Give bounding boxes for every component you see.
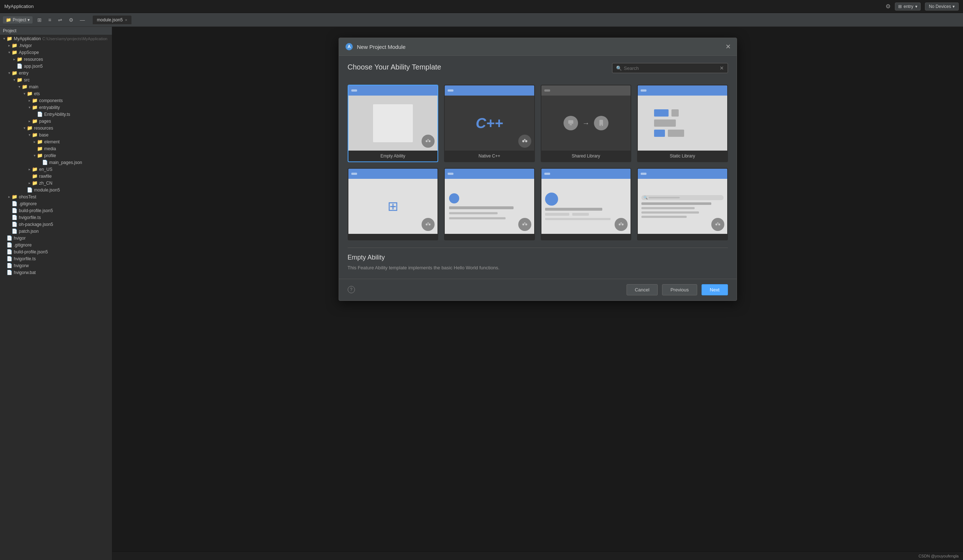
svg-point-19 xyxy=(621,223,624,225)
template-overlay-icon xyxy=(422,135,434,148)
template-preview-detail xyxy=(541,169,631,234)
template-preview-list xyxy=(445,169,534,234)
preview-dot xyxy=(544,173,550,175)
previous-button[interactable]: Previous xyxy=(662,284,697,295)
template-card-form[interactable]: ⊞ xyxy=(348,168,439,240)
tree-item-label: .gitignore xyxy=(14,243,31,248)
template-card-empty-ability[interactable]: Empty Ability xyxy=(348,85,439,162)
cpp-logo-icon: C++ xyxy=(475,115,503,131)
tree-item-module-json5[interactable]: 📄 module.json5 xyxy=(0,186,112,193)
cancel-button[interactable]: Cancel xyxy=(627,284,658,295)
project-label: Project xyxy=(13,17,26,23)
entry-dropdown[interactable]: ⊞ entry ▾ xyxy=(895,3,921,10)
template-card-detail[interactable] xyxy=(541,168,632,240)
tree-item-build-profile-entry[interactable]: 📄 build-profile.json5 xyxy=(0,207,112,214)
search-bar[interactable]: 🔍 ✕ xyxy=(612,63,728,73)
chevron-icon xyxy=(27,174,32,178)
tree-item-pages[interactable]: ▸ 📁 pages xyxy=(0,118,112,125)
title-bar: MyApplication ⚙ ⊞ entry ▾ No Devices ▾ xyxy=(0,0,963,13)
tree-item-label: .hvigor xyxy=(19,43,32,48)
toolbar-icon-settings[interactable]: ⚙ xyxy=(67,16,75,24)
tree-item-components[interactable]: ▸ 📁 components xyxy=(0,97,112,104)
project-selector[interactable]: 📁 Project ▾ xyxy=(3,16,32,24)
tree-item-hvigor[interactable]: ▸ 📁 .hvigor xyxy=(0,42,112,49)
dialog-close-button[interactable]: ✕ xyxy=(725,44,731,50)
tree-item-resources-main[interactable]: ▾ 📁 resources xyxy=(0,125,112,131)
static-box xyxy=(668,129,684,137)
tree-item-label: patch.json xyxy=(19,229,39,234)
settings-icon[interactable]: ⚙ xyxy=(885,3,890,10)
folder-icon: 📁 xyxy=(32,132,38,138)
tree-item-label: resources xyxy=(24,57,43,62)
tree-item-path: C:\Users\amy\projects\MyApplication xyxy=(42,37,107,41)
tab-module-json5[interactable]: module.json5 × xyxy=(93,16,132,24)
template-preview-static xyxy=(638,86,727,151)
detail-circle-icon xyxy=(545,193,558,206)
folder-icon: 📁 xyxy=(32,173,38,179)
toolbar-icon-grid[interactable]: ⊞ xyxy=(36,16,44,24)
tree-item-rawfile[interactable]: 📁 rawfile xyxy=(0,173,112,180)
tree-item-ets[interactable]: ▾ 📁 ets xyxy=(0,90,112,97)
tree-item-appscope[interactable]: ▾ 📁 AppScope xyxy=(0,49,112,56)
tree-item-en-us[interactable]: ▸ 📁 en_US xyxy=(0,166,112,173)
tree-item-element[interactable]: ▸ 📁 element xyxy=(0,138,112,145)
tree-item-hvigor-root[interactable]: 📄 hvigor xyxy=(0,235,112,241)
template-card-shared-library[interactable]: → Shared Library xyxy=(541,85,632,162)
preview-dot xyxy=(447,173,454,175)
no-devices-button[interactable]: No Devices ▾ xyxy=(925,3,959,10)
folder-icon: 📁 xyxy=(11,70,17,76)
template-card-native-cpp[interactable]: C++ Native C++ xyxy=(444,85,535,162)
tree-item-gitignore-root[interactable]: 📄 .gitignore xyxy=(0,241,112,248)
tree-item-ohostest[interactable]: ▸ 📁 ohosTest xyxy=(0,193,112,200)
tree-item-patch-json[interactable]: 📄 patch.json xyxy=(0,228,112,235)
tree-item-gitignore-entry[interactable]: 📄 .gitignore xyxy=(0,200,112,207)
folder-icon: 📁 xyxy=(32,105,38,110)
tree-item-label: app.json5 xyxy=(24,64,43,69)
search-clear-icon[interactable]: ✕ xyxy=(720,65,724,71)
tree-item-myapplication[interactable]: ▾ 📁 MyApplication C:\Users\amy\projects\… xyxy=(0,35,112,42)
tree-item-media[interactable]: 📁 media xyxy=(0,145,112,152)
help-icon[interactable]: ? xyxy=(348,286,355,293)
tree-item-hvigorw[interactable]: 📄 hvigorw xyxy=(0,262,112,269)
chevron-icon xyxy=(2,250,6,254)
tree-item-app-json5[interactable]: 📄 app.json5 xyxy=(0,63,112,70)
toolbar-icon-list[interactable]: ≡ xyxy=(46,16,53,24)
template-card-list[interactable] xyxy=(444,168,535,240)
tree-item-main[interactable]: ▾ 📁 main xyxy=(0,83,112,90)
file-icon: 📄 xyxy=(17,63,23,69)
tree-item-entryability-ts[interactable]: 📄 EntryAbility.ts xyxy=(0,111,112,118)
tree-item-label: MyApplication xyxy=(14,36,41,41)
tree-item-entryability[interactable]: ▾ 📁 entryability xyxy=(0,104,112,111)
tree-item-oh-package[interactable]: 📄 oh-package.json5 xyxy=(0,221,112,228)
connect-arrow-icon: → xyxy=(582,119,590,128)
tree-item-hvigorfile-ts[interactable]: 📄 hvigorfile.ts xyxy=(0,214,112,221)
next-button[interactable]: Next xyxy=(702,284,728,295)
toolbar-icon-minus[interactable]: — xyxy=(78,16,87,24)
search-input[interactable] xyxy=(624,66,720,71)
file-icon: 📄 xyxy=(6,249,12,254)
file-icon: 📄 xyxy=(37,112,43,117)
toolbar-icon-sync[interactable]: ⇌ xyxy=(56,16,64,24)
tree-item-label: components xyxy=(39,98,63,103)
tree-item-src[interactable]: ▾ 📁 src xyxy=(0,76,112,83)
preview-dot xyxy=(351,89,357,92)
tree-item-hvigorw-bat[interactable]: 📄 hvigorw.bat xyxy=(0,269,112,276)
svg-text:A: A xyxy=(347,44,350,49)
tree-item-resources[interactable]: ▸ 📁 resources xyxy=(0,56,112,63)
tab-close-icon[interactable]: × xyxy=(125,18,127,22)
templates-grid: Empty Ability C++ xyxy=(348,85,728,240)
tree-item-entry[interactable]: ▾ 📁 entry xyxy=(0,70,112,76)
template-preview-cpp: C++ xyxy=(445,86,534,151)
svg-point-4 xyxy=(427,139,429,141)
static-box xyxy=(654,129,665,137)
template-card-searchlist[interactable]: 🔍 xyxy=(637,168,728,240)
template-card-static-library[interactable]: Static Library xyxy=(637,85,728,162)
tree-item-profile[interactable]: ▾ 📁 profile xyxy=(0,152,112,159)
tree-item-zh-cn[interactable]: ▸ 📁 zh_CN xyxy=(0,180,112,186)
tree-item-label: hvigorfile.ts xyxy=(19,215,41,220)
template-name: Static Library xyxy=(667,151,698,162)
tree-item-build-profile-root[interactable]: 📄 build-profile.json5 xyxy=(0,248,112,255)
tree-item-hvigorfile-root[interactable]: 📄 hvigorfile.ts xyxy=(0,255,112,262)
tree-item-main-pages-json[interactable]: 📄 main_pages.json xyxy=(0,159,112,166)
tree-item-base[interactable]: ▾ 📁 base xyxy=(0,131,112,138)
